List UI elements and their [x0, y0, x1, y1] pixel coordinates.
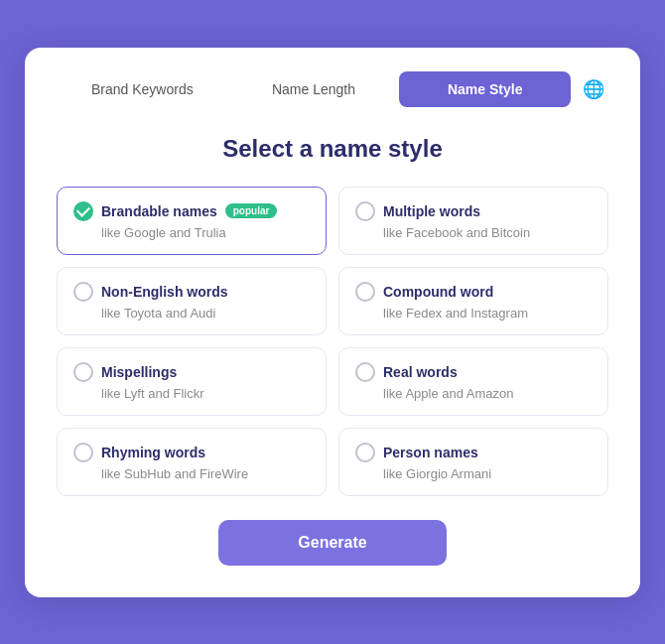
radio-circle-multiple-words [355, 201, 375, 221]
option-real-words-desc: like Apple and Amazon [383, 386, 592, 401]
option-multiple-words-desc: like Facebook and Bitcoin [383, 225, 592, 240]
option-rhyming-header: Rhyming words [73, 443, 310, 462]
option-mispellings-desc: like Lyft and Flickr [101, 386, 310, 401]
option-real-words-title: Real words [383, 364, 458, 380]
radio-check-brandable [73, 201, 93, 221]
option-compound-title: Compound word [383, 284, 493, 300]
main-card: Brand Keywords Name Length Name Style 🌐 … [25, 48, 640, 597]
option-person-names-title: Person names [383, 445, 478, 460]
option-multiple-words-header: Multiple words [355, 201, 592, 221]
option-real-words-header: Real words [355, 362, 592, 382]
option-rhyming-desc: like SubHub and FireWire [101, 466, 310, 481]
radio-circle-non-english [73, 282, 93, 302]
option-rhyming-title: Rhyming words [101, 445, 205, 460]
option-brandable-header: Brandable names popular [73, 201, 310, 221]
page-heading: Select a name style [57, 135, 608, 163]
option-person-names[interactable]: Person names like Giorgio Armani [338, 428, 608, 496]
tab-brand-keywords[interactable]: Brand Keywords [57, 71, 228, 107]
option-non-english-desc: like Toyota and Audi [101, 306, 310, 321]
options-grid: Brandable names popular like Google and … [57, 187, 608, 496]
option-compound[interactable]: Compound word like Fedex and Instagram [338, 267, 608, 335]
option-compound-header: Compound word [355, 282, 592, 302]
globe-icon[interactable]: 🌐 [579, 74, 608, 104]
option-person-names-header: Person names [355, 443, 592, 462]
radio-circle-compound [355, 282, 375, 302]
option-non-english-header: Non-English words [73, 282, 310, 302]
generate-button[interactable]: Generate [218, 520, 447, 566]
tab-name-style[interactable]: Name Style [399, 71, 571, 107]
option-multiple-words-title: Multiple words [383, 203, 480, 219]
radio-circle-real-words [355, 362, 375, 382]
option-non-english-title: Non-English words [101, 284, 228, 300]
option-non-english[interactable]: Non-English words like Toyota and Audi [57, 267, 327, 335]
radio-circle-mispellings [73, 362, 93, 382]
radio-circle-rhyming [73, 443, 93, 462]
option-rhyming[interactable]: Rhyming words like SubHub and FireWire [57, 428, 327, 496]
radio-circle-person-names [355, 443, 375, 462]
popular-badge: popular [225, 203, 278, 218]
option-mispellings-title: Mispellings [101, 364, 177, 380]
option-mispellings-header: Mispellings [73, 362, 310, 382]
option-brandable[interactable]: Brandable names popular like Google and … [57, 187, 327, 255]
tabs-container: Brand Keywords Name Length Name Style [57, 71, 571, 107]
option-real-words[interactable]: Real words like Apple and Amazon [338, 347, 608, 416]
option-person-names-desc: like Giorgio Armani [383, 466, 592, 481]
tab-bar: Brand Keywords Name Length Name Style 🌐 [57, 71, 608, 107]
option-mispellings[interactable]: Mispellings like Lyft and Flickr [57, 347, 327, 416]
option-compound-desc: like Fedex and Instagram [383, 306, 592, 321]
tab-name-length[interactable]: Name Length [228, 71, 400, 107]
option-brandable-desc: like Google and Trulia [101, 225, 310, 240]
option-brandable-title: Brandable names [101, 203, 217, 219]
option-multiple-words[interactable]: Multiple words like Facebook and Bitcoin [338, 187, 608, 255]
